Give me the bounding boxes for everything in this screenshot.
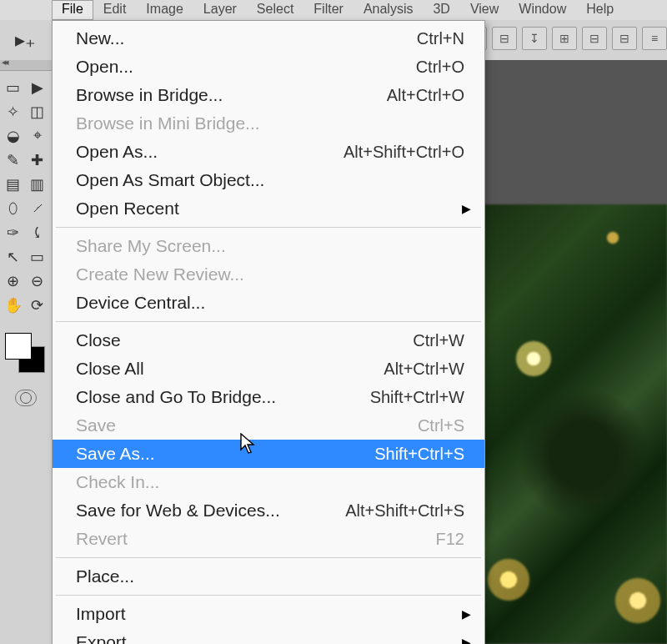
tool-4[interactable]: ◒ xyxy=(2,124,24,147)
menu-item-label: Close and Go To Bridge... xyxy=(76,387,370,407)
align-button-4[interactable]: ⊞ xyxy=(552,27,577,50)
menu-item-open-as[interactable]: Open As...Alt+Shift+Ctrl+O xyxy=(53,138,484,166)
menu-item-label: New... xyxy=(76,28,417,48)
menu-item-browse-in-bridge[interactable]: Browse in Bridge...Alt+Ctrl+O xyxy=(53,81,484,109)
menu-item-label: Open... xyxy=(76,57,416,77)
menu-edit[interactable]: Edit xyxy=(93,0,137,20)
menu-item-label: Place... xyxy=(76,566,464,586)
menu-item-label: Close xyxy=(76,330,413,350)
tools-panel-header[interactable] xyxy=(0,60,52,71)
menu-item-save-as[interactable]: Save As...Shift+Ctrl+S xyxy=(53,440,484,468)
menu-item-label: Import xyxy=(76,604,464,624)
tool-1[interactable]: ▶ xyxy=(26,76,48,98)
align-button-7[interactable]: ≡ xyxy=(642,27,667,50)
menu-item-shortcut: Alt+Ctrl+W xyxy=(384,360,464,379)
menu-item-label: Revert xyxy=(76,529,436,549)
tool-11[interactable]: ⟋ xyxy=(26,197,48,219)
foreground-color-swatch[interactable] xyxy=(5,333,32,360)
menu-item-check-in: Check In... xyxy=(53,468,484,496)
tool-3[interactable]: ◫ xyxy=(26,100,48,123)
document-image[interactable] xyxy=(484,204,667,644)
menu-file[interactable]: File xyxy=(52,0,93,20)
menu-item-label: Create New Review... xyxy=(76,264,464,284)
tool-16[interactable]: ⊕ xyxy=(2,269,24,292)
file-menu-dropdown: New...Ctrl+NOpen...Ctrl+OBrowse in Bridg… xyxy=(52,20,485,644)
menu-item-label: Open As... xyxy=(76,142,344,162)
menu-item-open-as-smart-object[interactable]: Open As Smart Object... xyxy=(53,166,484,194)
menu-item-label: Open Recent xyxy=(76,199,464,219)
menu-analysis[interactable]: Analysis xyxy=(354,0,424,20)
menu-separator xyxy=(56,557,481,558)
align-button-6[interactable]: ⊟ xyxy=(612,27,637,50)
menu-bar: FileEditImageLayerSelectFilterAnalysis3D… xyxy=(0,0,667,21)
menu-item-device-central[interactable]: Device Central... xyxy=(53,289,484,317)
align-button-3[interactable]: ↧ xyxy=(522,27,547,50)
color-swatch[interactable] xyxy=(5,333,47,375)
menu-item-label: Browse in Bridge... xyxy=(76,85,387,105)
tool-2[interactable]: ✧ xyxy=(2,100,24,123)
menu-item-shortcut: Ctrl+W xyxy=(413,331,464,350)
tool-15[interactable]: ▭ xyxy=(26,245,48,268)
tool-10[interactable]: ⬯ xyxy=(2,197,24,219)
menu-item-open[interactable]: Open...Ctrl+O xyxy=(53,53,484,81)
menu-item-label: Check In... xyxy=(76,472,464,492)
menu-help[interactable]: Help xyxy=(576,0,624,20)
menu-separator xyxy=(56,595,481,596)
tool-12[interactable]: ✑ xyxy=(2,221,24,244)
menu-item-label: Export xyxy=(76,632,464,644)
menu-item-open-recent[interactable]: Open Recent▶ xyxy=(53,194,484,223)
tool-grid: ▭▶✧◫◒⌖✎✚▤▥⬯⟋✑⤹↖▭⊕⊖✋⟳ xyxy=(0,71,52,321)
tool-9[interactable]: ▥ xyxy=(26,173,48,195)
menu-separator xyxy=(56,227,481,228)
align-button-2[interactable]: ⊟ xyxy=(492,27,517,50)
quick-mask-toggle[interactable] xyxy=(15,390,37,406)
menu-item-label: Device Central... xyxy=(76,293,464,313)
tool-0[interactable]: ▭ xyxy=(2,76,24,98)
menu-item-browse-in-mini-bridge: Browse in Mini Bridge... xyxy=(53,109,484,138)
menu-item-label: Save As... xyxy=(76,444,374,464)
tool-6[interactable]: ✎ xyxy=(2,148,24,171)
menu-image[interactable]: Image xyxy=(136,0,193,20)
tool-14[interactable]: ↖ xyxy=(2,245,24,268)
submenu-arrow-icon: ▶ xyxy=(462,636,471,644)
tool-17[interactable]: ⊖ xyxy=(26,269,48,292)
menu-item-save-for-web-devices[interactable]: Save for Web & Devices...Alt+Shift+Ctrl+… xyxy=(53,496,484,525)
menu-separator xyxy=(56,321,481,322)
move-tool-icon: ▸₊ xyxy=(15,28,36,52)
menu-3d[interactable]: 3D xyxy=(423,0,459,20)
menu-item-close[interactable]: CloseCtrl+W xyxy=(53,326,484,355)
tool-18[interactable]: ✋ xyxy=(2,294,24,316)
menu-item-shortcut: Alt+Shift+Ctrl+S xyxy=(345,501,464,521)
submenu-arrow-icon: ▶ xyxy=(462,607,471,621)
menu-item-save: SaveCtrl+S xyxy=(53,411,484,440)
tool-8[interactable]: ▤ xyxy=(2,173,24,195)
align-button-5[interactable]: ⊟ xyxy=(582,27,607,50)
menu-item-close-and-go-to-bridge[interactable]: Close and Go To Bridge...Shift+Ctrl+W xyxy=(53,383,484,411)
menu-item-export[interactable]: Export▶ xyxy=(53,628,484,644)
menu-view[interactable]: View xyxy=(460,0,509,20)
tool-19[interactable]: ⟳ xyxy=(26,294,48,316)
menu-item-label: Share My Screen... xyxy=(76,236,464,256)
tool-13[interactable]: ⤹ xyxy=(26,221,48,244)
tools-panel: ▭▶✧◫◒⌖✎✚▤▥⬯⟋✑⤹↖▭⊕⊖✋⟳ xyxy=(0,60,53,644)
menu-item-shortcut: Shift+Ctrl+S xyxy=(374,445,464,464)
photoshop-window: FileEditImageLayerSelectFilterAnalysis3D… xyxy=(0,0,667,644)
menu-item-shortcut: Shift+Ctrl+W xyxy=(370,388,464,407)
menu-item-import[interactable]: Import▶ xyxy=(53,600,484,628)
menu-item-new[interactable]: New...Ctrl+N xyxy=(53,24,484,53)
menu-item-label: Save xyxy=(76,415,418,435)
menu-item-shortcut: Ctrl+O xyxy=(416,58,464,77)
menu-item-place[interactable]: Place... xyxy=(53,562,484,591)
menu-window[interactable]: Window xyxy=(509,0,576,20)
menu-filter[interactable]: Filter xyxy=(303,0,354,20)
menu-item-create-new-review: Create New Review... xyxy=(53,260,484,289)
menu-item-shortcut: F12 xyxy=(436,530,464,549)
menu-item-close-all[interactable]: Close AllAlt+Ctrl+W xyxy=(53,355,484,383)
tool-5[interactable]: ⌖ xyxy=(26,124,48,147)
submenu-arrow-icon: ▶ xyxy=(462,202,471,215)
menu-select[interactable]: Select xyxy=(247,0,303,20)
menu-layer[interactable]: Layer xyxy=(193,0,247,20)
tool-7[interactable]: ✚ xyxy=(26,148,48,171)
menu-item-shortcut: Ctrl+N xyxy=(417,29,464,48)
menu-item-label: Browse in Mini Bridge... xyxy=(76,113,464,133)
